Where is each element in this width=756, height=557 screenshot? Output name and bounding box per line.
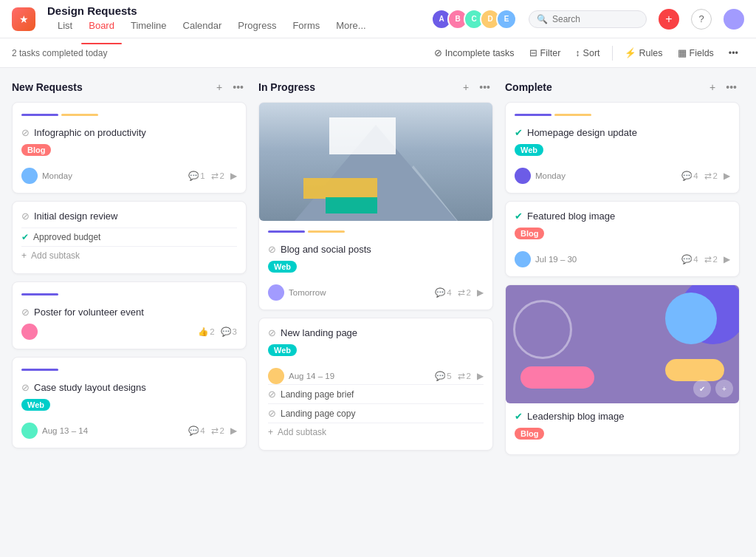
card-leadership-blog[interactable]: ✔ + ✔ Leadership blog image Blog [505, 284, 740, 455]
expand-icon[interactable]: ▶ [724, 254, 730, 264]
column-menu-complete[interactable]: ••• [723, 80, 740, 95]
abs-icon-2: + [715, 380, 733, 397]
attachment-icon: ⇄ [704, 171, 712, 181]
subtask-label: Landing page copy [281, 409, 355, 419]
column-menu-new-requests[interactable]: ••• [230, 80, 247, 95]
expand-icon[interactable]: ▶ [477, 287, 484, 298]
card-meta: 💬 4 ⇄ 2 ▶ [681, 171, 730, 181]
team-avatars: A B C D E [431, 9, 517, 30]
comment-icon: 💬 [435, 371, 445, 381]
attachment-icon: ⇄ [458, 287, 465, 298]
nav-board[interactable]: Board [81, 17, 122, 34]
abs-icon-1: ✔ [693, 380, 711, 397]
add-card-new-requests[interactable]: + [213, 80, 225, 95]
like-icon: 👍 [198, 327, 208, 337]
add-subtask-button[interactable]: + Add subtask [268, 423, 484, 441]
expand-icon[interactable]: ▶ [477, 371, 484, 381]
lightning-icon: ⚡ [625, 47, 636, 58]
card-meta: 💬 4 ⇄ 2 ▶ [188, 426, 237, 436]
expand-icon[interactable]: ▶ [724, 171, 730, 181]
check-icon: ⊘ [21, 127, 30, 138]
column-title-in-progress: In Progress [258, 81, 456, 93]
user-avatar[interactable] [724, 9, 744, 30]
nav-progress[interactable]: Progress [230, 17, 284, 34]
attachment-count: ⇄ 2 [211, 426, 224, 436]
card-title-homepage: ✔ Homepage design update [515, 127, 730, 138]
card-title-case-study: ⊘ Case study layout designs [21, 382, 237, 393]
fields-button[interactable]: ▦ Fields [672, 44, 720, 61]
nav-links: List Board Timeline Calendar Progress Fo… [50, 17, 374, 34]
comment-count: 💬 3 [221, 327, 237, 337]
add-subtask-button[interactable]: + Add subtask [21, 246, 237, 264]
board: New Requests + ••• ⊘ Infographic on prod… [0, 68, 756, 557]
nav-timeline[interactable]: Timeline [123, 17, 174, 34]
attachment-icon: ⇄ [211, 171, 219, 181]
card-infographic[interactable]: ⊘ Infographic on productivity Blog Monda… [12, 102, 247, 194]
column-menu-in-progress[interactable]: ••• [476, 80, 493, 95]
card-new-landing[interactable]: ⊘ New landing page Web Aug 14 – 19 💬 5 ⇄… [258, 318, 493, 451]
sort-icon: ↕ [575, 48, 580, 58]
card-footer-featured-blog: Jul 19 – 30 💬 4 ⇄ 2 ▶ [515, 251, 730, 267]
card-date: Tomorrow [289, 288, 430, 297]
check-done-icon: ✔ [515, 411, 523, 422]
card-case-study[interactable]: ⊘ Case study layout designs Web Aug 13 –… [12, 357, 247, 448]
expand-icon[interactable]: ▶ [230, 171, 237, 181]
card-date: Monday [535, 171, 677, 180]
card-title-initial-design: ⊘ Initial design review [21, 211, 237, 222]
column-actions-in-progress: + ••• [460, 80, 493, 95]
top-nav: ★ Design Requests List Board Timeline Ca… [0, 0, 756, 38]
fields-icon: ▦ [678, 47, 687, 58]
attachment-icon: ⇄ [211, 426, 219, 436]
more-options-button[interactable]: ••• [723, 45, 744, 61]
card-avatar [515, 168, 531, 184]
comment-icon: 💬 [188, 426, 199, 436]
help-button[interactable]: ? [691, 9, 712, 30]
card-meta: 💬 5 ⇄ 2 ▶ [435, 371, 484, 381]
tag-web: Web [515, 144, 543, 156]
search-input[interactable] [552, 14, 639, 24]
check-icon: ⊘ [21, 211, 30, 222]
add-card-in-progress[interactable]: + [460, 80, 472, 95]
check-done-icon: ✔ [515, 127, 523, 138]
ellipsis-icon: ••• [729, 48, 738, 58]
expand-icon[interactable]: ▶ [230, 426, 237, 436]
search-box[interactable]: 🔍 [529, 10, 647, 28]
incomplete-tasks-filter[interactable]: ⊘ Incomplete tasks [428, 44, 520, 61]
card-title-blog-social: ⊘ Blog and social posts [268, 244, 484, 255]
card-homepage-design[interactable]: ✔ Homepage design update Web Monday 💬 4 … [505, 102, 740, 194]
column-complete: Complete + ••• ✔ Homepage design update … [505, 80, 740, 462]
app-title: Design Requests [47, 4, 374, 17]
nav-forms[interactable]: Forms [285, 17, 327, 34]
nav-calendar[interactable]: Calendar [176, 17, 230, 34]
card-meta: 💬 4 ⇄ 2 ▶ [681, 254, 730, 264]
add-button[interactable]: + [659, 9, 679, 30]
card-poster-volunteer[interactable]: ⊘ Poster for volunteer event 👍 2 💬 3 [12, 281, 247, 349]
toolbar-separator [612, 46, 613, 61]
card-title-infographic: ⊘ Infographic on productivity [21, 127, 237, 138]
circle-check-icon: ⊘ [434, 47, 442, 58]
card-date: Aug 13 – 14 [42, 426, 184, 435]
add-card-complete[interactable]: + [707, 80, 718, 95]
tag-web: Web [268, 261, 297, 273]
completion-status: 2 tasks completed today [12, 48, 107, 58]
sort-button[interactable]: ↕ Sort [569, 45, 605, 61]
card-title-new-landing: ⊘ New landing page [268, 327, 484, 338]
card-avatar [21, 168, 38, 184]
card-blog-social[interactable]: ⊘ Blog and social posts Web Tomorrow 💬 4… [258, 102, 493, 310]
card-title-leadership: ✔ Leadership blog image [515, 411, 730, 422]
rules-button[interactable]: ⚡ Rules [619, 44, 669, 61]
comment-count: 💬 4 [681, 254, 698, 264]
comment-count: 💬 1 [188, 171, 205, 181]
check-icon: ⊘ [268, 389, 276, 400]
nav-more[interactable]: More... [329, 17, 373, 34]
card-date: Monday [42, 171, 184, 180]
nav-list[interactable]: List [50, 17, 80, 34]
check-icon: ⊘ [21, 307, 30, 318]
card-initial-design[interactable]: ⊘ Initial design review ✔ Approved budge… [12, 201, 247, 274]
card-date: Jul 19 – 30 [535, 255, 677, 264]
subtask-check-icon: ✔ [21, 232, 29, 242]
tag-blog: Blog [21, 144, 51, 156]
filter-button[interactable]: ⊟ Filter [523, 44, 567, 61]
comment-icon: 💬 [435, 287, 445, 298]
card-featured-blog[interactable]: ✔ Featured blog image Blog Jul 19 – 30 💬… [505, 201, 740, 277]
